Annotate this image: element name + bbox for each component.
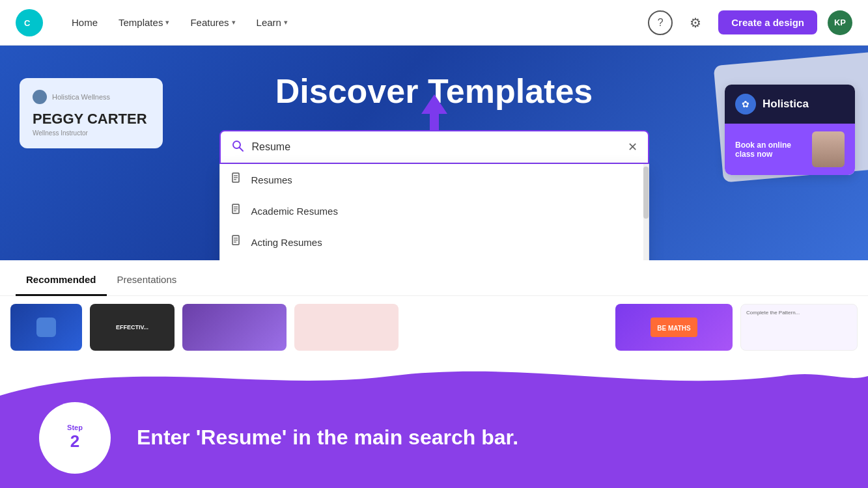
holistica-card: ✿ Holistica Book an online class now [725,85,855,175]
search-value: Resume [252,141,628,153]
canva-logo[interactable]: C [16,9,43,36]
tab-recommended-label: Recommended [26,274,96,285]
features-chevron: ▾ [232,18,236,27]
create-btn-label: Create a design [731,17,804,28]
arrow-pointer [418,91,451,140]
search-dropdown: Resumes Academic Resumes Acting Resumes … [219,164,649,260]
hero-card-left: Holistica Wellness PEGGY CARTER Wellness… [20,78,163,148]
bottom-wave-section: Step 2 Enter 'Resume' in the main search… [0,358,868,488]
svg-text:C: C [24,18,31,28]
person-image [812,131,845,167]
thumb-right-1-text: Complete the Pattern... [741,305,857,321]
holistica-tagline: Book an online class now [735,141,807,159]
tab-presentations[interactable]: Presentations [107,265,188,296]
gear-icon: ⚙ [690,15,701,31]
suggestion-academic[interactable]: Academic Resumes [220,195,649,226]
avatar-initials: KP [834,18,846,27]
nav-links: Home Templates ▾ Features ▾ Learn ▾ [64,12,627,33]
nav-features[interactable]: Features ▾ [182,12,243,33]
holistica-name: Holistica [763,98,809,111]
person-name: PEGGY CARTER [33,111,150,128]
person-title: Wellness Instructor [33,129,150,137]
tab-recommended[interactable]: Recommended [16,265,107,296]
learn-label: Learn [257,17,281,28]
avatar[interactable]: KP [828,10,852,35]
hero-section: Holistica Wellness PEGGY CARTER Wellness… [0,46,868,260]
scrollbar-thumb[interactable] [643,167,649,219]
suggestion-label-0: Resumes [251,174,292,185]
company-name: Holistica Wellness [52,93,110,101]
doc-icon-2 [232,235,242,249]
step-circle: Step 2 [39,402,111,474]
suggestion-label-2: Acting Resumes [251,237,322,248]
holistica-icon: ✿ [735,94,756,115]
thumb-right-0[interactable]: BE MATHS [615,304,733,351]
help-icon: ? [658,17,664,29]
templates-chevron: ▾ [165,18,169,27]
search-icon [231,139,244,156]
tab-presentations-label: Presentations [117,274,177,285]
settings-button[interactable]: ⚙ [683,10,708,35]
hero-right-deco: ✿ Holistica Book an online class now [673,46,868,260]
navbar: C Home Templates ▾ Features ▾ Learn ▾ ? … [0,0,868,46]
thumb-3[interactable] [294,304,399,351]
thumb-1[interactable]: EFFECTIV... [90,304,175,351]
thumb-icon-0 [36,318,56,337]
tabs-section: Recommended Presentations [0,260,868,296]
create-design-button[interactable]: Create a design [718,10,817,34]
scrollbar-track [643,164,649,260]
wave-decoration [0,357,868,396]
home-label: Home [72,17,98,28]
thumb-text-1: EFFECTIV... [113,321,151,333]
suggestion-label-1: Academic Resumes [251,206,338,217]
help-button[interactable]: ? [648,10,673,35]
suggestion-acting[interactable]: Acting Resumes [220,226,649,258]
company-logo [33,90,47,104]
features-label: Features [190,17,229,28]
thumb-2[interactable] [182,304,287,351]
thumb-0[interactable] [10,304,82,351]
thumbnails-row: EFFECTIV... BE MATHS Complete the Patter… [0,296,868,358]
templates-label: Templates [119,17,163,28]
step-number: 2 [70,431,79,452]
nav-templates[interactable]: Templates ▾ [111,12,177,33]
search-clear-button[interactable]: ✕ [628,140,637,154]
search-container: Resume ✕ Resumes Academic Resumes Acti [219,130,649,260]
step-instruction: Enter 'Resume' in the main search bar. [137,426,518,450]
nav-right: ? ⚙ Create a design KP [648,10,852,35]
step-label: Step [67,424,83,431]
suggestion-resumes[interactable]: Resumes [220,164,649,195]
nav-home[interactable]: Home [64,12,105,33]
suggestion-college[interactable]: College Resumes [220,258,649,260]
nav-learn[interactable]: Learn ▾ [249,12,296,33]
thumb-right-1[interactable]: Complete the Pattern... [740,304,858,351]
doc-icon-0 [232,172,242,187]
svg-marker-2 [421,94,447,130]
learn-chevron: ▾ [284,18,288,27]
thumb-right-text: BE MATHS [657,325,690,332]
doc-icon-1 [232,204,242,218]
svg-line-4 [239,147,243,151]
holistica-body: Book an online class now [725,124,855,175]
